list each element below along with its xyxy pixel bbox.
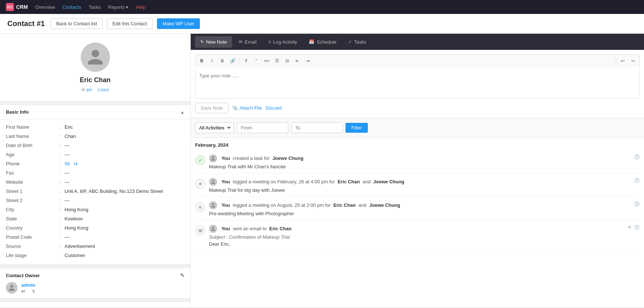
italic-button[interactable]: I [207,56,217,66]
user-avatar-icon-1 [211,156,216,161]
tab-schedule[interactable]: 📅 Schedule [304,36,341,48]
field-country: Country : Hong Kong [6,223,184,232]
contact-email-link[interactable]: ✉ eri [81,87,92,92]
field-city: City : Hong Kong [6,205,184,214]
timeline-item-email-meta: You sent an email to Eric Chan [209,225,292,233]
owner-avatar-icon [8,284,15,292]
heading-button[interactable]: T [241,56,251,66]
field-life-stage: Life stage : Customer [6,251,184,260]
timeline-item-email-body: Dear Eric, [209,241,640,247]
tab-tasks[interactable]: ✓ Tasks [343,36,372,48]
schedule-icon: 📅 [309,39,314,44]
filter-bar: All Activities Notes Emails Meetings Tas… [191,118,644,138]
activities-filter-select[interactable]: All Activities Notes Emails Meetings Tas… [195,122,234,133]
timeline-month: February, 2024 [195,138,640,151]
note-editor: B I S 🔗 T " <> ☰ ⊟ ⇤ ⇥ ↩ ↪ Save Note [191,50,644,118]
ordered-list-button[interactable]: ⊟ [282,56,292,66]
eye-icon[interactable]: 👁 [627,225,632,230]
timeline-item-email-subject: Subject : Confirmation of Makeup Trial [209,234,640,240]
logo-text: CRM [16,4,28,10]
right-panel: ✎ New Note ✉ Email ≡ Log Activity 📅 Sche… [191,34,644,307]
timeline-item-meeting-2-header: You logged a meeting on August, 25 at 2:… [209,201,640,209]
timeline-item-meeting-1-header: You logged a meeting on February, 26 at … [209,178,640,186]
field-state: State : Kowloon [6,214,184,223]
chevron-up-icon: ▲ [180,110,184,114]
timeline-item-meeting-1-body: Makeup Trial for big day with Joewe [209,187,640,193]
avatar [81,43,110,72]
field-phone: Phone : 98 i4 [6,159,184,168]
bullet-list-button[interactable]: ☰ [272,56,282,66]
to-date-input[interactable] [291,122,343,133]
owner-name-link[interactable]: admin [21,282,35,288]
user-avatar-icon-3 [211,203,216,208]
tab-new-note-label: New Note [206,39,227,45]
quote-button[interactable]: " [252,56,261,66]
user-avatar-3 [209,201,217,209]
note-textarea[interactable] [195,69,640,99]
owner-info: admin er k [21,282,35,294]
top-nav: IO1 CRM Overview Contacts Tasks Reports … [0,0,644,14]
edit-owner-icon[interactable]: ✎ [180,272,184,278]
from-date-input[interactable] [237,122,288,133]
tag-header[interactable]: Tag ▲ [0,302,190,307]
main-layout: Eric Chan ✉ eri l.com Basic Info ▲ First… [0,34,644,307]
tab-new-note[interactable]: ✎ New Note [195,36,232,48]
timeline-item-email-header: You sent an email to Eric Chan 👁 🕐 [209,225,640,233]
redo-button[interactable]: ↪ [628,56,638,66]
timeline-item-meeting-2-body: Pre-wedding Meeting with Photographer [209,211,640,216]
email-partial: eri [87,87,92,92]
indent-out-button[interactable]: ⇤ [293,56,302,66]
chevron-down-icon: ▾ [126,4,128,10]
timeline-item-email-content: You sent an email to Eric Chan 👁 🕐 Subje… [209,225,640,247]
edit-contact-button[interactable]: Edit this Contact [107,18,153,29]
clock-icon-3: 🕐 [634,201,640,206]
you-label-4: You [222,225,230,232]
tab-email[interactable]: ✉ Email [234,36,262,48]
basic-info-header[interactable]: Basic Info ▲ [0,105,190,120]
tab-schedule-label: Schedule [316,39,336,45]
owner-row: admin er k [6,282,184,294]
discard-link[interactable]: Discard [266,105,282,111]
undo-button[interactable]: ↩ [618,56,627,66]
field-website: Website : — [6,177,184,187]
tab-tasks-label: Tasks [354,39,366,45]
nav-contacts[interactable]: Contacts [62,4,81,10]
nav-help[interactable]: Help [136,4,146,10]
nav-overview[interactable]: Overview [35,4,55,10]
filter-button[interactable]: Filter [345,123,368,133]
tab-log-activity[interactable]: ≡ Log Activity [263,36,303,48]
code-button[interactable]: <> [262,56,271,66]
nav-tasks[interactable]: Tasks [88,4,100,10]
user-avatar-4 [209,225,217,233]
basic-info-section: Basic Info ▲ First Name : Eric Last Name… [0,104,190,265]
strikethrough-button[interactable]: S [217,56,227,66]
make-wp-user-button[interactable]: Make WP User [157,18,200,29]
timeline-item-meeting-1-meta: You logged a meeting on February, 26 at … [209,178,405,186]
user-avatar-1 [209,154,217,162]
nav-reports[interactable]: Reports ▾ [108,4,129,10]
meeting-2-person2: Joewe Chung [369,202,400,209]
contact-owner-section: Contact Owner ✎ admin er k [0,268,190,298]
indent-in-button[interactable]: ⇥ [303,56,312,66]
tag-title: Tag [6,306,14,307]
bold-button[interactable]: B [197,56,206,66]
save-note-button[interactable]: Save Note [195,103,228,113]
link-button[interactable]: 🔗 [228,56,237,66]
email-timeline-icon: ✉ [195,225,205,236]
back-to-contact-list-button[interactable]: Back to Contact list [51,18,102,29]
timeline-item-task-body: Makeup Trial with Mr Chan's fiancée [209,164,640,169]
timeline-item-meeting-2-time: 🕐 [634,201,640,206]
contact-links: ✉ eri l.com [81,87,109,92]
timeline-item-task-header: You created a task for Joewe Chung 🕐 [209,154,640,162]
user-avatar-icon-2 [211,179,216,184]
phone-link-1[interactable]: 98 [65,161,70,166]
field-age: Age : — [6,150,184,159]
clock-icon-2: 🕐 [634,178,640,183]
contact-domain-link[interactable]: l.com [98,87,109,92]
timeline-item-task-meta: You created a task for Joewe Chung [209,154,303,162]
owner-header: Contact Owner ✎ [6,272,184,278]
phone-link-2[interactable]: i4 [74,161,77,166]
timeline: February, 2024 ✓ You created a task for … [191,138,644,251]
clock-icon-1: 🕐 [634,154,640,160]
attach-file-link[interactable]: 📎 Attach File [232,105,262,111]
